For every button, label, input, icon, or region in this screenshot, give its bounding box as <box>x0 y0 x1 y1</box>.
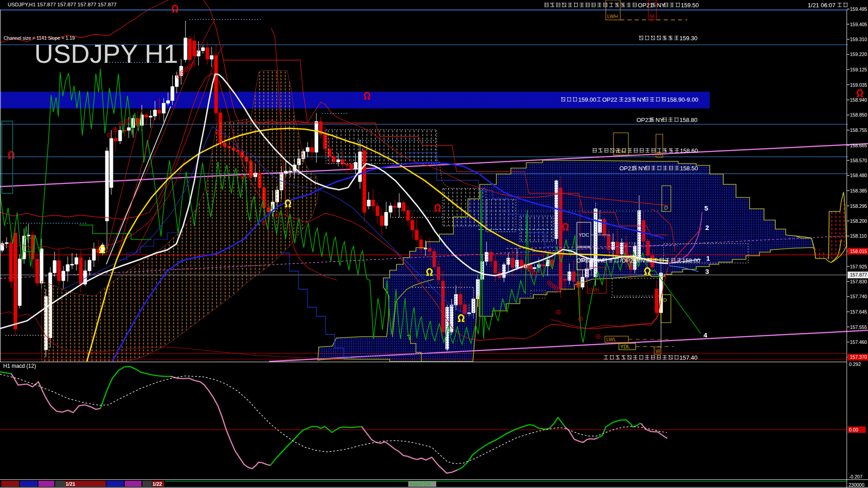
svg-text:macd ON: macd ON <box>410 481 431 487</box>
svg-text:NY: NY <box>656 117 664 123</box>
svg-text:H1 macd (12): H1 macd (12) <box>3 363 36 369</box>
svg-text:LWL: LWL <box>606 337 616 342</box>
svg-text:USDJPY,H1 157.877 157.877 157: USDJPY,H1 157.877 157.877 157.877 157.87… <box>8 2 117 7</box>
svg-text:159.035: 159.035 <box>850 82 867 88</box>
svg-text:158.60: 158.60 <box>680 147 698 154</box>
svg-text:159.220: 159.220 <box>850 52 867 57</box>
svg-text:158.755: 158.755 <box>850 127 867 133</box>
svg-text:OP23: OP23 <box>637 117 651 123</box>
svg-text:0.00: 0.00 <box>849 427 859 432</box>
svg-text:158.570: 158.570 <box>850 158 867 163</box>
svg-text:158.295: 158.295 <box>850 203 867 209</box>
svg-text:NY: NY <box>637 96 645 103</box>
svg-text:230000: 230000 <box>849 482 864 488</box>
svg-text:158.850: 158.850 <box>850 112 867 117</box>
svg-text:158.110: 158.110 <box>850 233 867 239</box>
svg-text:159.50: 159.50 <box>681 2 699 9</box>
svg-text:NY: NY <box>641 257 649 264</box>
svg-text:157.740: 157.740 <box>850 294 867 299</box>
svg-text:NY: NY <box>595 257 604 264</box>
svg-text:157.555: 157.555 <box>850 324 867 330</box>
svg-text:157.830: 157.830 <box>850 279 867 284</box>
svg-text:-0.207: -0.207 <box>849 474 863 479</box>
svg-text:158.80: 158.80 <box>679 117 698 123</box>
svg-text:NY: NY <box>657 2 665 9</box>
svg-text:158.940: 158.940 <box>850 97 867 103</box>
svg-text:157.645: 157.645 <box>850 309 867 314</box>
svg-text:OP21: OP21 <box>638 2 653 9</box>
svg-text:NY: NY <box>638 165 646 172</box>
svg-text:1/21 06:07: 1/21 06:07 <box>808 2 835 9</box>
svg-text:158.385: 158.385 <box>850 188 867 193</box>
svg-text:1/22: 1/22 <box>152 481 162 487</box>
svg-text:OP22: OP22 <box>602 96 617 103</box>
svg-text:158.50: 158.50 <box>680 165 698 172</box>
svg-text:YDH: YDH <box>615 149 625 154</box>
svg-text:LWH: LWH <box>589 287 599 292</box>
svg-text:5: 5 <box>704 204 708 212</box>
svg-text:23: 23 <box>624 96 631 103</box>
svg-text:158.00: 158.00 <box>682 257 700 264</box>
svg-text:1/21: 1/21 <box>66 481 75 487</box>
svg-text:YDC: YDC <box>579 232 589 238</box>
svg-text:157.925: 157.925 <box>850 264 867 269</box>
svg-text:W: W <box>656 348 660 354</box>
svg-text:3: 3 <box>705 267 709 275</box>
svg-text:159.495: 159.495 <box>850 6 867 12</box>
svg-text:158.480: 158.480 <box>850 173 867 178</box>
svg-text:159.310: 159.310 <box>850 37 867 42</box>
svg-text:157.370: 157.370 <box>850 354 867 360</box>
svg-text:YDL: YDL <box>620 344 630 349</box>
svg-text:LWH: LWH <box>607 14 618 19</box>
svg-text:158.200: 158.200 <box>850 218 867 224</box>
svg-text:157.40: 157.40 <box>679 354 698 361</box>
svg-text:159.00: 159.00 <box>578 96 596 103</box>
svg-text:157.460: 157.460 <box>850 339 867 345</box>
svg-text:158.665: 158.665 <box>850 143 867 148</box>
svg-text:D: D <box>663 297 667 303</box>
svg-text:USDJPY H1: USDJPY H1 <box>34 39 178 68</box>
svg-text:158.015: 158.015 <box>850 249 867 254</box>
svg-text:0.292: 0.292 <box>849 361 861 367</box>
svg-text:1: 1 <box>706 254 710 262</box>
svg-text:158.90-9.00: 158.90-9.00 <box>667 96 698 103</box>
svg-text:/OP21: /OP21 <box>620 257 637 264</box>
svg-text:159.405: 159.405 <box>850 22 867 27</box>
svg-text:M: M <box>650 14 654 19</box>
svg-text:OP23: OP23 <box>576 257 591 264</box>
svg-text:159.30: 159.30 <box>679 35 698 42</box>
svg-text:OP21: OP21 <box>619 165 634 172</box>
svg-text:157.877: 157.877 <box>850 272 867 277</box>
svg-text:159.125: 159.125 <box>850 67 867 72</box>
svg-text:D: D <box>664 205 668 211</box>
svg-text:2: 2 <box>705 224 709 231</box>
svg-text:4: 4 <box>703 331 708 339</box>
